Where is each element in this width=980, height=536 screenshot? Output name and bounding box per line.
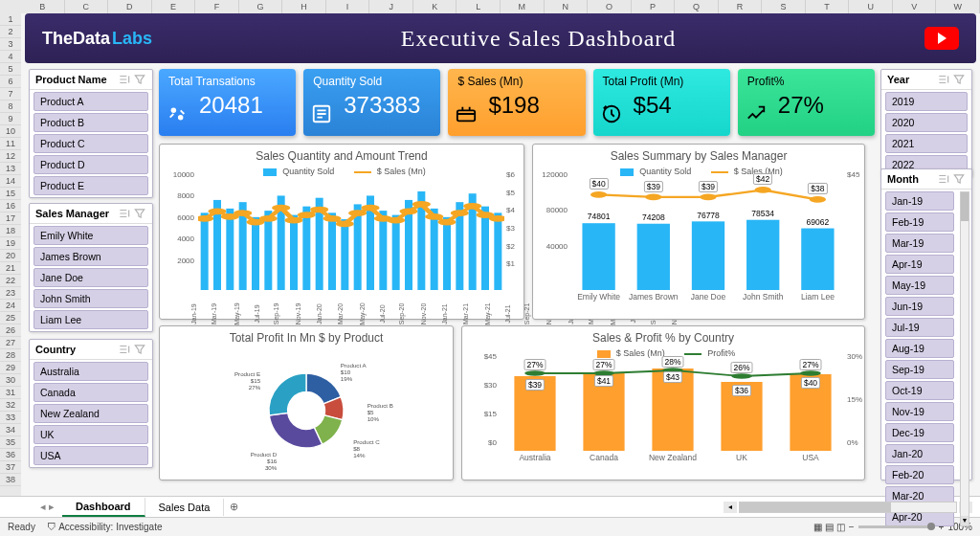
svg-rect-43 [443, 217, 451, 290]
multiselect-icon[interactable] [118, 207, 131, 220]
slicer-item[interactable]: Canada [33, 383, 148, 402]
slicer-item[interactable]: Australia [33, 362, 148, 381]
chart-title: Total Profit In Mn $ by Product [160, 326, 453, 346]
y-axis-left: 200040006000800010000 [162, 183, 194, 290]
slicer-item[interactable]: 2019 [885, 92, 968, 111]
chart-title: Sales Quantity and Amount Trend [160, 145, 523, 165]
slicer-item[interactable]: John Smith [33, 289, 148, 308]
zoom-out-icon[interactable]: − [849, 522, 855, 532]
zoom-slider[interactable] [858, 525, 935, 528]
slicer-item[interactable]: Jan-20 [885, 444, 954, 463]
chart-trend: Sales Quantity and Amount Trend Quantity… [159, 144, 524, 320]
svg-rect-21 [302, 207, 310, 290]
kpi-value: 373383 [344, 92, 431, 119]
slicer-item[interactable]: 2021 [885, 134, 968, 153]
kpi-label: Quantity Sold [313, 75, 431, 88]
dashboard-header: TheDataLabs Executive Sales Dashboard [25, 13, 976, 63]
multiselect-icon[interactable] [937, 172, 950, 186]
slicer-item[interactable]: New Zealand [33, 404, 148, 423]
slicer-item[interactable]: Apr-19 [885, 255, 954, 274]
slicer-item[interactable]: Jane Doe [33, 268, 148, 287]
x-axis: Emily WhiteJames BrownJane DoeJohn Smith… [571, 292, 845, 317]
tab-salesdata[interactable]: Sales Data [145, 499, 225, 516]
svg-rect-9 [226, 209, 234, 290]
slicer-item[interactable]: Dec-19 [885, 423, 954, 442]
slicer-item[interactable]: Jul-19 [885, 318, 954, 337]
kpi-label: $ Sales (Mn) [457, 75, 575, 88]
column-header: BCDEFGHIJKLMNOPQRSTUVW [0, 0, 980, 13]
logo: TheDataLabs [42, 29, 152, 49]
svg-rect-13 [252, 217, 259, 290]
slicer-month[interactable]: Month Jan-19Feb-19Mar-19Apr-19May-19Jun-… [880, 168, 972, 480]
slicer-item[interactable]: UK [33, 425, 148, 444]
status-accessibility[interactable]: ⛉ Accessibility: Investigate [47, 522, 163, 532]
slicer-manager[interactable]: Sales Manager Emily WhiteJames BrownJane… [29, 203, 153, 332]
kpi-value: 27% [778, 92, 865, 119]
kpi-card: $ Sales (Mn) $198 [448, 69, 585, 136]
tab-nav-icon[interactable]: ◂ ▸ [40, 501, 55, 513]
slicer-item[interactable]: Oct-19 [885, 381, 954, 400]
clear-filter-icon[interactable] [952, 73, 966, 86]
clear-filter-icon[interactable] [133, 343, 146, 356]
slicer-item[interactable]: Feb-19 [885, 212, 954, 232]
h-scrollbar[interactable]: ◂▸ [724, 502, 972, 513]
chart-plot: 27%27%28%26%27%$39$41$43$36$40 [501, 365, 845, 451]
svg-rect-55 [637, 224, 670, 290]
slicer-item[interactable]: Aug-19 [885, 339, 954, 358]
slicer-title: Country [35, 344, 116, 355]
slicer-title: Sales Manager [35, 208, 116, 219]
slicer-product[interactable]: Product Name Product AProduct BProduct C… [29, 69, 153, 198]
y-axis-right: $45 [847, 183, 862, 290]
slicer-item[interactable]: May-19 [885, 276, 954, 295]
y-axis-left: 4000080000120000 [535, 183, 568, 290]
page-title: Executive Sales Dashboard [152, 26, 924, 52]
slicer-item[interactable]: Feb-20 [885, 465, 954, 484]
svg-rect-35 [392, 215, 400, 290]
tab-dashboard[interactable]: Dashboard [62, 498, 145, 517]
dashboard-canvas: TheDataLabs Executive Sales Dashboard To… [21, 13, 980, 496]
scrollbar[interactable]: ▲▼ [960, 191, 969, 526]
clear-filter-icon[interactable] [952, 172, 966, 186]
slicer-item[interactable]: Product C [33, 134, 148, 153]
slicer-item[interactable]: Nov-19 [885, 402, 954, 421]
kpi-icon [167, 103, 188, 124]
slicer-item[interactable]: Product D [33, 155, 148, 174]
clear-filter-icon[interactable] [133, 73, 146, 86]
chart-title: Sales Summary by Sales Manager [533, 145, 864, 165]
x-axis: Jan-19Mar-19May-19Jul-19Sep-19Nov-19Jan-… [198, 292, 504, 317]
slicer-item[interactable]: Liam Lee [33, 310, 148, 329]
slicer-item[interactable]: 2020 [885, 113, 968, 132]
slicer-item[interactable]: USA [33, 446, 148, 465]
kpi-icon [601, 103, 622, 124]
slicer-item[interactable]: Sep-19 [885, 360, 954, 379]
slicer-item[interactable]: Product E [33, 176, 148, 195]
slicer-country[interactable]: Country AustraliaCanadaNew ZealandUKUSA [29, 339, 153, 468]
view-icons[interactable]: ▦ ▤ ◫ [813, 522, 845, 532]
multiselect-icon[interactable] [118, 343, 131, 356]
svg-rect-27 [341, 219, 348, 290]
y-axis-left: $0$15$30$45 [464, 365, 497, 451]
slicer-item[interactable]: Jan-19 [885, 191, 954, 211]
slicer-item[interactable]: Jun-19 [885, 297, 954, 316]
slicer-item[interactable]: Product A [33, 92, 148, 111]
svg-rect-41 [431, 209, 438, 290]
slicer-item[interactable]: Mar-19 [885, 234, 954, 253]
youtube-icon[interactable] [924, 27, 959, 50]
svg-text:Product B$510%: Product B$510% [368, 402, 393, 422]
slicer-item[interactable]: Product B [33, 113, 148, 132]
x-axis: AustraliaCanadaNew ZealandUKUSA [501, 453, 845, 478]
kpi-card: Quantity Sold 373383 [303, 69, 440, 136]
kpi-value: $198 [488, 92, 575, 119]
slicer-item[interactable]: Emily White [33, 226, 148, 245]
multiselect-icon[interactable] [937, 73, 950, 86]
svg-rect-15 [264, 211, 272, 290]
kpi-row: Total Transations 20481Quantity Sold 373… [159, 69, 875, 136]
kpi-card: Total Transations 20481 [159, 69, 296, 136]
multiselect-icon[interactable] [118, 73, 131, 86]
y-axis-right: $1$2$3$4$5$6 [506, 183, 522, 290]
slicer-item[interactable]: James Brown [33, 247, 148, 266]
tab-add-icon[interactable]: ⊕ [224, 501, 243, 513]
slicer-year[interactable]: Year 2019202020212022 [880, 69, 972, 177]
clear-filter-icon[interactable] [133, 207, 146, 220]
chart-plot: 74801$4074208$3976778$3978534$4269062$38 [571, 183, 845, 290]
